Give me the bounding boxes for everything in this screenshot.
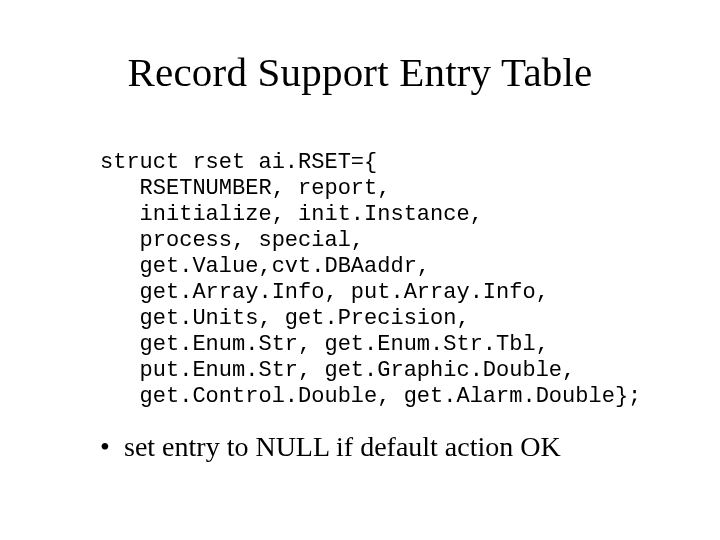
code-line: struct rset ai.RSET={ [100,150,377,175]
code-line: put.Enum.Str, get.Graphic.Double, [100,358,575,383]
bullet-item: • set entry to NULL if default action OK [100,431,720,463]
bullet-text: set entry to NULL if default action OK [124,431,561,463]
code-line: get.Array.Info, put.Array.Info, [100,280,549,305]
slide-title: Record Support Entry Table [0,0,720,116]
code-line: process, special, [100,228,364,253]
code-line: get.Control.Double, get.Alarm.Double}; [100,384,641,409]
code-line: get.Value,cvt.DBAaddr, [100,254,430,279]
code-line: get.Enum.Str, get.Enum.Str.Tbl, [100,332,549,357]
code-line: initialize, init.Instance, [100,202,483,227]
bullet-marker: • [100,431,124,463]
code-line: get.Units, get.Precision, [100,306,470,331]
code-line: RSETNUMBER, report, [100,176,390,201]
code-block: struct rset ai.RSET={ RSETNUMBER, report… [100,124,720,409]
slide: Record Support Entry Table struct rset a… [0,0,720,540]
